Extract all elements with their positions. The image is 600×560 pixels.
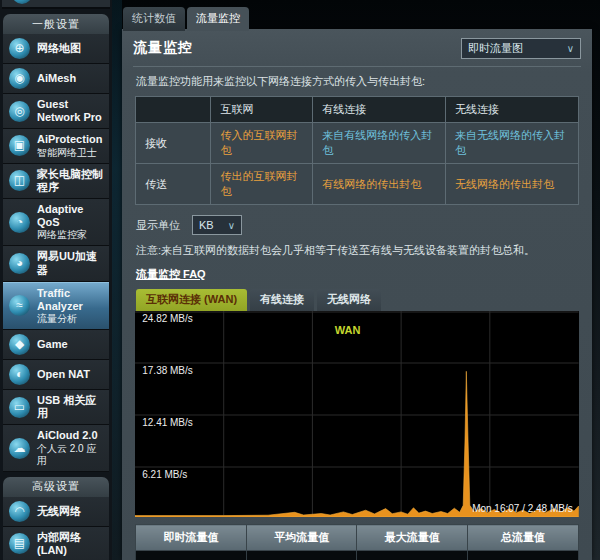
sidebar-item-label: Open NAT [37,368,90,381]
partial-icon [12,0,32,4]
unit-label: 显示单位 [136,218,180,233]
description-text: 流量监控功能用来监控以下网络连接方式的传入与传出封包: [136,74,581,89]
sidebar-item-sublabel: 流量分析 [37,313,106,325]
network-map-icon: ⊕ [9,38,30,59]
parental-controls-icon: ◫ [9,170,30,191]
cell-wireless-inbound: 来自无线网络的传入封包 [446,123,579,164]
sidebar: 一般设置 ⊕ 网络地图 ◉ AiMesh ◎ Guest Network Pro… [0,0,112,560]
note-text: 注意:来自互联网的数据封包会几乎相等于传送至有线与无线设备装置的封包总和。 [136,243,581,258]
sidebar-item-network-map[interactable]: ⊕ 网络地图 [3,34,109,64]
sidebar-section-general: 一般设置 ⊕ 网络地图 ◉ AiMesh ◎ Guest Network Pro… [3,14,109,472]
y-tick: 6.21 MB/s [142,469,187,480]
gamepad-icon: ◆ [9,334,30,355]
sidebar-item-label: Guest Network Pro [37,98,106,124]
sidebar-section-advanced: 高级设置 ◠ 无线网络 ▤ 内部网络(LAN) ◍ 外部网络(WAN) ◌ Am… [3,477,109,560]
sidebar-item-label: 内部网络(LAN) [37,531,106,557]
chart-tabs: 互联网连接 (WAN) 有线连接 无线网络 [136,289,581,311]
sidebar-item-sublabel: 网络监控家 [37,229,106,241]
col-header-average: 平均流量值 [246,525,357,551]
sidebar-item-label: Adaptive QoS网络监控家 [37,203,106,241]
unit-select[interactable]: KB ∨ [192,215,242,235]
sidebar-item-label: Traffic Analyzer流量分析 [37,287,106,325]
chart-tab-wan[interactable]: 互联网连接 (WAN) [136,289,247,311]
sidebar-item-aicloud[interactable]: ☁ AiCloud 2.0个人云 2.0 应用 [3,425,109,471]
packet-types-table: 互联网 有线连接 无线连接 接收 传入的互联网封包 来自有线网络的传入封包 来自… [135,96,579,205]
traffic-monitor-panel: 流量监控 即时流量图 ∨ 流量监控功能用来监控以下网络连接方式的传入与传出封包:… [122,29,592,560]
col-header-wireless: 无线连接 [446,97,579,123]
sidebar-item-parental-controls[interactable]: ◫ 家长电脑控制程序 [3,164,109,199]
cell-internet-outbound: 传出的互联网封包 [211,164,313,205]
sidebar-item-traffic-analyzer[interactable]: ≈ Traffic Analyzer流量分析 [3,282,109,330]
sidebar-section-title-general: 一般设置 [3,14,109,34]
unit-row: 显示单位 KB ∨ [136,215,581,235]
row-label-receive: 接收 [136,123,211,164]
y-tick: 12.41 MB/s [142,417,193,428]
faq-link[interactable]: 流量监控 FAQ [136,267,206,282]
aiprotection-shield-icon: ▣ [9,135,30,156]
traffic-stats-table: 即时流量值 平均流量值 最大流量值 总流量值 0.51 MB/s 0.16 MB… [135,524,579,560]
sidebar-item-label: AiMesh [37,72,76,85]
cell-internet-inbound: 传入的互联网封包 [211,123,313,164]
sidebar-item-adaptive-qos[interactable]: ◔ Adaptive QoS网络监控家 [3,199,109,246]
open-nat-globe-icon: ◐ [9,364,30,385]
table-row: 接收 传入的互联网封包 来自有线网络的传入封包 来自无线网络的传入封包 [136,123,579,164]
sidebar-section-title-advanced: 高级设置 [3,477,109,497]
corner-cell [136,97,211,123]
sidebar-item-label: 家长电脑控制程序 [37,168,106,194]
sidebar-item-label: AiCloud 2.0个人云 2.0 应用 [37,429,106,466]
sidebar-item-label: 网易UU加速器 [37,250,106,276]
traffic-chart-svg [135,311,579,517]
sidebar-item-lan[interactable]: ▤ 内部网络(LAN) [3,527,109,560]
wireless-icon: ◠ [9,501,30,522]
chart-tab-wired[interactable]: 有线连接 [250,289,314,311]
cell-wireless-outbound: 无线网络的传出封包 [446,164,579,205]
top-tabs: 统计数值 流量监控 [123,7,249,31]
tab-traffic-monitor[interactable]: 流量监控 [187,7,249,31]
sidebar-item-label: USB 相关应用 [37,394,106,420]
maximum-value: 24.81 MB/s [357,551,468,560]
table-header-row: 互联网 有线连接 无线连接 [136,97,579,123]
adaptive-qos-gauge-icon: ◔ [9,212,30,233]
sidebar-item-label: AiProtection智能网络卫士 [37,133,102,158]
divider [133,66,581,67]
col-header-wired: 有线连接 [313,97,446,123]
view-mode-select[interactable]: 即时流量图 ∨ [461,38,581,59]
sidebar-item-label: 无线网络 [37,505,81,518]
sidebar-item-aimesh[interactable]: ◉ AiMesh [3,64,109,94]
instant-value: 0.51 MB/s [136,551,247,560]
y-tick: 17.38 MB/s [142,365,193,376]
series-label-wan: WAN [335,324,361,336]
chart-timestamp: Mon 16:07 / 2.48 MB/s [472,503,573,514]
chevron-down-icon: ∨ [567,43,574,54]
total-value: 98.66 MB [468,551,579,560]
col-header-internet: 互联网 [211,97,313,123]
sidebar-item-aiprotection[interactable]: ▣ AiProtection智能网络卫士 [3,129,109,163]
sidebar-item-usb-apps[interactable]: ▭ USB 相关应用 [3,390,109,425]
unit-value: KB [199,219,214,231]
col-header-instant: 即时流量值 [136,525,247,551]
sidebar-item-open-nat[interactable]: ◐ Open NAT [3,360,109,390]
chart-tab-wireless[interactable]: 无线网络 [317,289,381,311]
usb-icon: ▭ [9,397,30,418]
sidebar-item-guest-network-pro[interactable]: ◎ Guest Network Pro [3,94,109,129]
sidebar-item-uu-accelerator[interactable]: ◕ 网易UU加速器 [3,246,109,281]
cell-wired-inbound: 来自有线网络的传入封包 [313,123,446,164]
sidebar-item-game[interactable]: ◆ Game [3,330,109,360]
uu-accelerator-gauge-icon: ◕ [9,253,30,274]
lan-icon: ▤ [9,533,30,554]
sidebar-item-sublabel: 个人云 2.0 应用 [37,443,106,467]
sidebar-item-wireless[interactable]: ◠ 无线网络 [3,497,109,527]
stats-header-row: 即时流量值 平均流量值 最大流量值 总流量值 [136,525,579,551]
table-row: 传送 传出的互联网封包 有线网络的传出封包 无线网络的传出封包 [136,164,579,205]
guest-network-icon: ◎ [9,101,30,122]
page-title: 流量监控 [133,39,193,57]
traffic-chart[interactable]: 24.82 MB/s 17.38 MB/s 12.41 MB/s 6.21 MB… [135,311,579,517]
sidebar-item-sublabel: 智能网络卫士 [37,147,102,159]
panel-header: 流量监控 即时流量图 ∨ [133,36,581,60]
col-header-total: 总流量值 [468,525,579,551]
tab-statistics[interactable]: 统计数值 [123,7,185,31]
col-header-maximum: 最大流量值 [357,525,468,551]
view-mode-value: 即时流量图 [468,41,523,56]
sidebar-item-partial[interactable] [2,0,110,9]
row-label-transmit: 传送 [136,164,211,205]
